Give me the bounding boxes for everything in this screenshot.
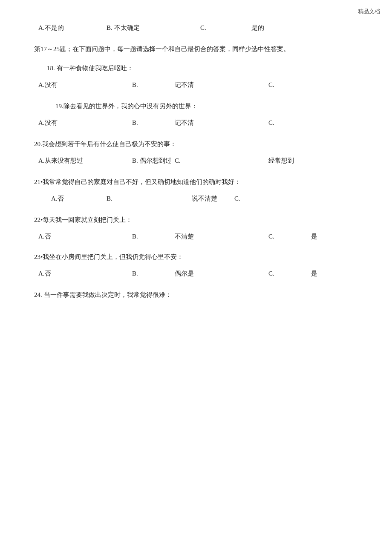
- q18-option-c-label: C.: [268, 116, 311, 129]
- q20-option-c-value: C.: [234, 192, 303, 205]
- q21-option-c-value: 是: [311, 230, 379, 243]
- question-18-block: 19.除去看见的世界外，我的心中没有另外的世界： A.没有 B. 记不清 C.: [34, 101, 366, 129]
- watermark: 精品文档: [358, 8, 380, 15]
- top-option-b: B. 不太确定: [107, 21, 200, 34]
- q18-option-b-label: B.: [132, 116, 175, 129]
- q22-option-c-value: 是: [311, 267, 379, 280]
- intro-text: 第17～25题；在下面问题中，每一题请选择一个和自己最切合的答案，同样少选中性答…: [34, 46, 290, 52]
- top-options-row: A.不是的 B. 不太确定 C. 是的: [34, 21, 366, 34]
- q22-option-b-value: 偶尔是: [175, 267, 268, 280]
- section-intro: 第17～25题；在下面问题中，每一题请选择一个和自己最切合的答案，同样少选中性答…: [34, 43, 366, 55]
- q20-option-c-label: 说不清楚: [192, 192, 234, 205]
- question-23-text: 24. 当一件事需要我做出决定时，我常觉得很难：: [34, 289, 366, 301]
- top-option-c-value: 是的: [251, 21, 320, 34]
- q19-option-b-label: B. 偶尔想到过: [132, 154, 175, 167]
- q17-option-b-value: 记不清: [175, 78, 268, 91]
- top-option-c-label: C.: [200, 21, 251, 34]
- q22-option-a: A.否: [38, 267, 132, 280]
- q20-option-a: A.否: [38, 192, 107, 205]
- question-20-options: A.否 B. 说不清楚 C.: [34, 192, 366, 205]
- question-22-block: 23•我坐在小房间里把门关上，但我仍觉得心里不安： A.否 B. 偶尔是 C. …: [34, 251, 366, 280]
- question-21-text: 22•每天我一回家就立刻把门关上：: [34, 214, 366, 226]
- question-21-options: A.否 B. 不清楚 C. 是: [34, 230, 366, 243]
- top-options-block: A.不是的 B. 不太确定 C. 是的: [34, 21, 366, 34]
- q19-option-b-value: C.: [175, 154, 268, 167]
- question-22-text: 23•我坐在小房间里把门关上，但我仍觉得心里不安：: [34, 251, 366, 263]
- q18-option-b-value: 记不清: [175, 116, 268, 129]
- q19-option-a: A.从来没有想过: [38, 154, 132, 167]
- q22-option-b-label: B.: [132, 267, 175, 280]
- question-20-block: 21•我常常觉得自己的家庭对自己不好，但又确切地知道他们的确对我好： A.否 B…: [34, 176, 366, 205]
- question-17-block: 18. 有一种食物使我吃后呕吐： A.没有 B. 记不清 C.: [34, 63, 366, 91]
- question-17-options: A.没有 B. 记不清 C.: [34, 78, 366, 91]
- question-22-options: A.否 B. 偶尔是 C. 是: [34, 267, 366, 280]
- q17-option-c-label: C.: [268, 78, 311, 91]
- question-19-text: 20.我会想到若干年后有什么使自己极为不安的事：: [34, 138, 366, 150]
- question-18-text: 19.除去看见的世界外，我的心中没有另外的世界：: [34, 101, 366, 112]
- question-19-block: 20.我会想到若干年后有什么使自己极为不安的事： A.从来没有想过 B. 偶尔想…: [34, 138, 366, 167]
- q17-option-a: A.没有: [38, 78, 132, 91]
- q19-option-c-label: 经常想到: [268, 154, 311, 167]
- q21-option-c-label: C.: [268, 230, 311, 243]
- question-23-block: 24. 当一件事需要我做出决定时，我常觉得很难：: [34, 289, 366, 305]
- q21-option-a: A.否: [38, 230, 132, 243]
- question-17-text: 18. 有一种食物使我吃后呕吐：: [34, 63, 366, 74]
- question-20-text: 21•我常常觉得自己的家庭对自己不好，但又确切地知道他们的确对我好：: [34, 176, 366, 188]
- question-19-options: A.从来没有想过 B. 偶尔想到过 C. 经常想到: [34, 154, 366, 167]
- q17-option-b-label: B.: [132, 78, 175, 91]
- q20-option-b: B.: [107, 192, 192, 205]
- q22-option-c-label: C.: [268, 267, 311, 280]
- question-21-block: 22•每天我一回家就立刻把门关上： A.否 B. 不清楚 C. 是: [34, 214, 366, 243]
- q21-option-b-value: 不清楚: [175, 230, 268, 243]
- question-18-options: A.没有 B. 记不清 C.: [34, 116, 366, 129]
- q18-option-a: A.没有: [38, 116, 132, 129]
- top-option-a: A.不是的: [38, 21, 107, 34]
- q21-option-b-label: B.: [132, 230, 175, 243]
